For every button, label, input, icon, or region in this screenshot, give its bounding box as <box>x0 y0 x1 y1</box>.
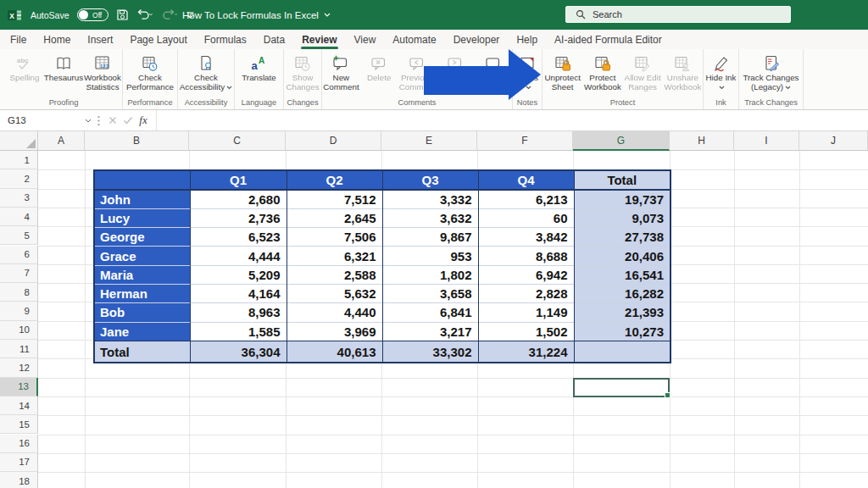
name-cell[interactable]: John <box>94 190 190 208</box>
hide-ink-button[interactable]: Hide Ink <box>704 52 738 92</box>
menu-tab-formulas[interactable]: Formulas <box>196 30 255 49</box>
value-cell[interactable]: 2,828 <box>478 284 574 302</box>
value-cell[interactable]: 6,523 <box>190 228 287 247</box>
name-cell[interactable]: Lucy <box>94 208 190 227</box>
name-cell[interactable]: Bob <box>94 303 190 322</box>
name-cell[interactable]: Jane <box>94 322 190 341</box>
name-box[interactable]: G13 <box>0 110 92 130</box>
row-header-13[interactable]: 13 <box>0 378 38 396</box>
column-header-h[interactable]: H <box>670 131 734 151</box>
translate-button[interactable]: aATranslate <box>235 52 283 83</box>
value-cell[interactable]: 8,963 <box>190 303 287 322</box>
value-cell[interactable]: 8,688 <box>478 247 574 265</box>
value-cell[interactable]: 60 <box>478 208 574 227</box>
autosave-toggle[interactable]: Off <box>77 8 108 21</box>
formula-input[interactable] <box>156 110 868 130</box>
table-header-q2[interactable]: Q2 <box>287 170 382 190</box>
row-header-11[interactable]: 11 <box>0 340 38 358</box>
column-header-g[interactable]: G <box>573 131 670 151</box>
workbook-statistics-button[interactable]: 123Workbook Statistics <box>83 52 122 92</box>
value-cell[interactable]: 5,632 <box>287 284 382 302</box>
table-header-q4[interactable]: Q4 <box>478 170 574 190</box>
name-cell[interactable]: Herman <box>94 284 190 302</box>
value-cell[interactable]: 4,164 <box>190 284 287 302</box>
value-cell[interactable]: 3,332 <box>382 190 478 208</box>
insert-function-icon[interactable]: fx <box>136 110 151 130</box>
search-input[interactable]: Search <box>565 6 791 23</box>
value-cell[interactable]: 2,680 <box>190 190 287 208</box>
undo-icon[interactable] <box>136 8 153 21</box>
value-cell[interactable]: 1,802 <box>382 265 478 284</box>
value-cell[interactable]: 3,632 <box>382 208 478 227</box>
formula-bar-splitter[interactable] <box>92 110 105 130</box>
column-total-cell[interactable]: 33,302 <box>382 341 478 363</box>
column-header-b[interactable]: B <box>85 131 189 151</box>
row-total-cell[interactable]: 9,073 <box>574 208 670 227</box>
row-total-cell[interactable]: 16,541 <box>574 265 670 284</box>
value-cell[interactable]: 6,942 <box>478 265 574 284</box>
value-cell[interactable]: 5,209 <box>190 265 287 284</box>
menu-tab-view[interactable]: View <box>346 30 385 49</box>
row-total-cell[interactable]: 19,737 <box>574 190 670 208</box>
row-header-5[interactable]: 5 <box>0 226 38 245</box>
menu-tab-automate[interactable]: Automate <box>384 30 444 49</box>
column-header-c[interactable]: C <box>189 131 286 151</box>
row-total-cell[interactable]: 16,282 <box>574 284 670 302</box>
menu-tab-home[interactable]: Home <box>35 30 79 49</box>
value-cell[interactable]: 6,321 <box>287 247 382 265</box>
row-header-3[interactable]: 3 <box>0 189 38 208</box>
row-header-7[interactable]: 7 <box>0 264 38 283</box>
table-header-q1[interactable]: Q1 <box>190 170 287 190</box>
row-header-18[interactable]: 18 <box>0 472 38 488</box>
name-cell[interactable]: Grace <box>94 247 190 265</box>
row-total-cell[interactable]: 20,406 <box>574 247 670 265</box>
column-header-j[interactable]: J <box>799 131 868 151</box>
row-header-4[interactable]: 4 <box>0 208 38 226</box>
row-total-cell[interactable]: 10,273 <box>574 322 670 341</box>
value-cell[interactable]: 3,217 <box>382 322 478 341</box>
value-cell[interactable]: 7,512 <box>287 190 382 208</box>
column-header-f[interactable]: F <box>477 131 573 151</box>
row-header-15[interactable]: 15 <box>0 415 38 434</box>
column-total-cell[interactable]: 40,613 <box>287 341 382 363</box>
save-icon[interactable] <box>116 8 129 21</box>
value-cell[interactable]: 1,149 <box>478 303 574 322</box>
column-total-cell[interactable]: 36,304 <box>190 341 287 363</box>
value-cell[interactable]: 6,841 <box>382 303 478 322</box>
protect-workbook-button[interactable]: Protect Workbook <box>582 52 622 92</box>
selected-cell-outline[interactable] <box>573 378 670 397</box>
row-total-cell[interactable]: 21,393 <box>574 303 670 322</box>
row-header-1[interactable]: 1 <box>0 151 38 169</box>
column-header-i[interactable]: I <box>734 131 799 151</box>
value-cell[interactable]: 2,736 <box>190 208 287 227</box>
row-header-2[interactable]: 2 <box>0 169 38 188</box>
check-accessibility-button[interactable]: Check Accessibility <box>178 52 234 92</box>
table-header-q3[interactable]: Q3 <box>382 170 478 190</box>
total-label-cell[interactable]: Total <box>94 341 190 363</box>
new-comment-button[interactable]: New Comment <box>322 52 360 92</box>
menu-tab-data[interactable]: Data <box>255 30 293 49</box>
value-cell[interactable]: 6,213 <box>478 190 574 208</box>
row-header-14[interactable]: 14 <box>0 396 38 415</box>
row-header-12[interactable]: 12 <box>0 358 38 377</box>
menu-tab-developer[interactable]: Developer <box>445 30 509 49</box>
unprotect-sheet-button[interactable]: Unprotect Sheet <box>542 52 582 92</box>
table-corner-cell[interactable] <box>94 170 190 190</box>
track-changes-legacy-button[interactable]: Track Changes (Legacy) <box>739 52 803 92</box>
thesaurus-button[interactable]: Thesaurus <box>44 52 83 83</box>
row-header-9[interactable]: 9 <box>0 302 38 320</box>
value-cell[interactable]: 3,842 <box>478 228 574 247</box>
column-header-d[interactable]: D <box>286 131 381 151</box>
value-cell[interactable]: 1,502 <box>478 322 574 341</box>
menu-tab-ai-aided-formula-editor[interactable]: AI-aided Formula Editor <box>546 30 670 49</box>
row-total-cell[interactable]: 27,738 <box>574 228 670 247</box>
menu-tab-insert[interactable]: Insert <box>79 30 121 49</box>
value-cell[interactable]: 4,440 <box>287 303 382 322</box>
check-performance-button[interactable]: Check Performance <box>123 52 177 92</box>
row-header-16[interactable]: 16 <box>0 435 38 453</box>
row-header-8[interactable]: 8 <box>0 283 38 302</box>
menu-tab-file[interactable]: File <box>2 30 35 49</box>
value-cell[interactable]: 7,506 <box>287 228 382 247</box>
value-cell[interactable]: 1,585 <box>190 322 287 341</box>
grand-total-cell[interactable] <box>574 341 670 363</box>
